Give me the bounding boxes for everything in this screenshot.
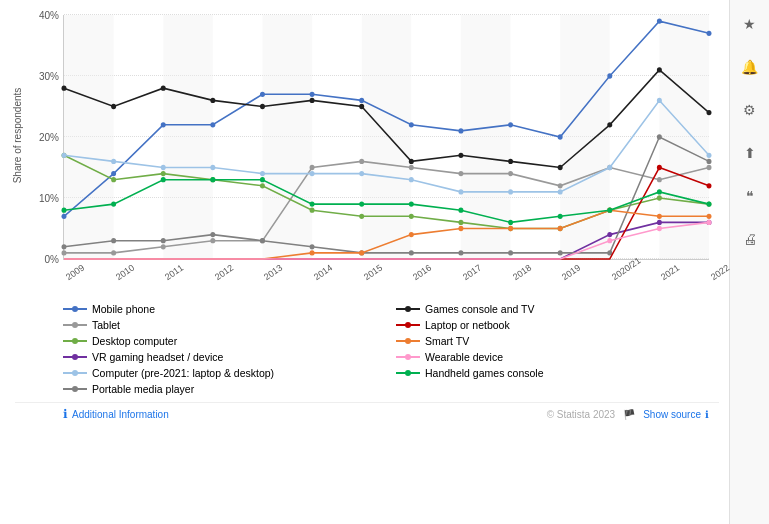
footer-right: © Statista 2023 🏴 Show source ℹ	[547, 409, 709, 420]
svg-point-81	[111, 104, 116, 109]
svg-point-7	[62, 214, 67, 219]
legend-item: Tablet	[63, 319, 376, 331]
x-label: 2020/21	[610, 255, 642, 282]
legend-item: VR gaming headset / device	[63, 351, 376, 363]
legend-label: VR gaming headset / device	[92, 351, 223, 363]
svg-point-62	[558, 189, 563, 194]
svg-point-58	[359, 171, 364, 176]
chart-plot: 0% 10% 20% 30% 40% 200920102011201220132…	[63, 15, 709, 260]
svg-point-49	[607, 232, 612, 237]
svg-point-94	[657, 165, 662, 170]
quote-icon[interactable]: ❝	[736, 182, 764, 210]
svg-point-80	[62, 86, 67, 91]
svg-point-108	[62, 208, 67, 213]
svg-point-120	[657, 189, 662, 194]
x-label: 2012	[213, 263, 235, 283]
svg-point-13	[359, 98, 364, 103]
x-label: 2022	[709, 263, 731, 283]
svg-point-9	[161, 122, 166, 127]
svg-point-66	[62, 244, 67, 249]
sidebar: ★ 🔔 ⚙ ⬆ ❝ 🖨	[729, 0, 769, 524]
legend-item: Wearable device	[396, 351, 709, 363]
svg-point-74	[458, 250, 463, 255]
svg-point-42	[409, 214, 414, 219]
svg-point-101	[558, 226, 563, 231]
svg-point-53	[111, 159, 116, 164]
svg-point-11	[260, 92, 265, 97]
show-source-link[interactable]: Show source ℹ	[643, 409, 709, 420]
svg-point-107	[707, 220, 712, 225]
svg-point-98	[409, 232, 414, 237]
x-label: 2016	[411, 263, 433, 283]
svg-point-41	[359, 214, 364, 219]
x-label: 2021	[659, 263, 681, 283]
svg-point-69	[210, 232, 215, 237]
svg-point-82	[161, 86, 166, 91]
legend-label: Computer (pre-2021: laptop & desktop)	[92, 367, 274, 379]
svg-point-50	[657, 220, 662, 225]
svg-point-110	[161, 177, 166, 182]
svg-point-117	[508, 220, 513, 225]
bell-icon[interactable]: 🔔	[736, 53, 764, 81]
x-label: 2011	[163, 263, 185, 283]
x-label: 2015	[362, 263, 384, 283]
svg-point-121	[707, 201, 712, 206]
legend-item: Portable media player	[63, 383, 376, 395]
svg-point-31	[558, 183, 563, 188]
svg-point-111	[210, 177, 215, 182]
legend-label: Desktop computer	[92, 335, 177, 347]
svg-point-28	[409, 165, 414, 170]
svg-point-95	[707, 183, 712, 188]
svg-point-92	[657, 67, 662, 72]
svg-point-84	[260, 104, 265, 109]
svg-point-14	[409, 122, 414, 127]
legend-label: Portable media player	[92, 383, 194, 395]
legend-label: Wearable device	[425, 351, 503, 363]
print-icon[interactable]: 🖨	[736, 225, 764, 253]
footer: ℹ Additional Information © Statista 2023…	[15, 402, 719, 425]
svg-point-55	[210, 165, 215, 170]
svg-point-78	[657, 134, 662, 139]
legend-item: Desktop computer	[63, 335, 376, 347]
share-icon[interactable]: ⬆	[736, 139, 764, 167]
svg-point-105	[607, 238, 612, 243]
svg-point-18	[607, 73, 612, 78]
svg-point-115	[409, 201, 414, 206]
svg-point-47	[657, 195, 662, 200]
svg-point-63	[607, 165, 612, 170]
svg-point-73	[409, 250, 414, 255]
chart-area: Share of respondents 0% 10% 20% 30% 40%	[15, 10, 719, 290]
svg-point-90	[558, 165, 563, 170]
svg-point-86	[359, 104, 364, 109]
legend-label: Games console and TV	[425, 303, 535, 315]
svg-point-113	[310, 201, 315, 206]
svg-point-15	[458, 128, 463, 133]
main-chart-svg	[64, 15, 709, 259]
svg-point-118	[558, 214, 563, 219]
svg-point-22	[111, 250, 116, 255]
svg-point-10	[210, 122, 215, 127]
svg-point-75	[508, 250, 513, 255]
x-label: 2014	[312, 263, 334, 283]
svg-point-12	[310, 92, 315, 97]
legend: Mobile phoneGames console and TVTabletLa…	[15, 298, 719, 400]
svg-point-100	[508, 226, 513, 231]
svg-point-91	[607, 122, 612, 127]
star-icon[interactable]: ★	[736, 10, 764, 38]
legend-label: Laptop or netbook	[425, 319, 510, 331]
svg-point-114	[359, 201, 364, 206]
svg-point-112	[260, 177, 265, 182]
svg-point-54	[161, 165, 166, 170]
svg-point-29	[458, 171, 463, 176]
additional-info-link[interactable]: ℹ Additional Information	[63, 407, 169, 421]
legend-item: Handheld games console	[396, 367, 709, 379]
svg-point-97	[359, 250, 364, 255]
svg-point-17	[558, 134, 563, 139]
svg-point-109	[111, 201, 116, 206]
x-label: 2017	[461, 263, 483, 283]
gear-icon[interactable]: ⚙	[736, 96, 764, 124]
svg-point-79	[707, 159, 712, 164]
x-label: 2018	[511, 263, 533, 283]
svg-point-33	[657, 177, 662, 182]
svg-point-56	[260, 171, 265, 176]
